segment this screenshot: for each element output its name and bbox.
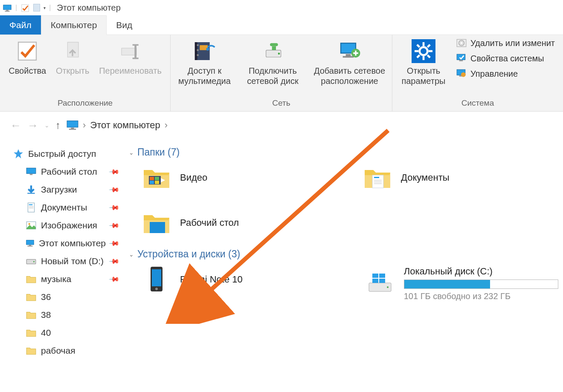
sidebar-item[interactable]: Загрузки📌 bbox=[13, 181, 121, 199]
content-area: Быстрый доступ Рабочий стол📌Загрузки📌Док… bbox=[0, 139, 563, 392]
docs-icon bbox=[26, 202, 37, 213]
rename-label: Переименовать bbox=[99, 66, 162, 76]
tab-view[interactable]: Вид bbox=[107, 15, 142, 35]
svg-rect-23 bbox=[342, 56, 354, 58]
add-location-label: Добавить сетевое расположение bbox=[314, 66, 385, 86]
forward-button[interactable]: → bbox=[27, 119, 38, 132]
recent-dropdown-icon[interactable]: ⌄ bbox=[44, 122, 49, 129]
uninstall-label: Удалить или изменит bbox=[470, 38, 555, 48]
system-properties-button[interactable]: Свойства системы bbox=[456, 53, 555, 64]
device-phone[interactable]: Redmi Note 10 bbox=[142, 266, 243, 293]
svg-rect-73 bbox=[152, 269, 161, 286]
svg-point-42 bbox=[461, 72, 466, 77]
svg-rect-7 bbox=[134, 45, 136, 58]
svg-rect-62 bbox=[155, 177, 159, 180]
desktop-icon bbox=[26, 166, 37, 177]
down-icon bbox=[26, 184, 37, 195]
drive-usage-bar bbox=[404, 280, 558, 289]
sidebar-item[interactable]: 40 bbox=[13, 324, 121, 342]
checkbox-icon bbox=[15, 39, 39, 63]
system-properties-label: Свойства системы bbox=[470, 54, 544, 63]
sidebar-item[interactable]: Рабочий стол📌 bbox=[13, 163, 121, 181]
svg-rect-45 bbox=[69, 129, 76, 130]
chevron-right-icon: › bbox=[83, 120, 86, 131]
separator: | bbox=[49, 4, 51, 12]
svg-point-59 bbox=[33, 261, 35, 262]
tab-file[interactable]: Файл bbox=[0, 15, 41, 35]
navigation-bar: ← → ⌄ ↑ › Этот компьютер › bbox=[0, 112, 563, 139]
tab-computer[interactable]: Компьютер bbox=[41, 15, 107, 35]
properties-label: Свойства bbox=[9, 66, 46, 76]
svg-rect-44 bbox=[71, 128, 74, 129]
sidebar-item[interactable]: 38 bbox=[13, 306, 121, 324]
doc-quick-icon[interactable] bbox=[33, 4, 40, 12]
svg-rect-57 bbox=[27, 245, 32, 246]
sidebar-item-label: 40 bbox=[41, 328, 51, 338]
wrench-icon bbox=[456, 68, 467, 79]
settings-label: Открыть параметры bbox=[401, 66, 445, 86]
sidebar-item[interactable]: Новый том (D:)📌 bbox=[13, 252, 121, 270]
media-access-button[interactable]: Доступ к мультимедиа bbox=[173, 37, 237, 96]
map-drive-label: Подключить сетевой диск bbox=[247, 66, 298, 86]
back-button[interactable]: ← bbox=[10, 119, 21, 132]
sidebar-item[interactable]: Изображения📌 bbox=[13, 216, 121, 234]
folder-documents[interactable]: Документы bbox=[363, 164, 449, 191]
sidebar-item[interactable]: рабочая bbox=[13, 342, 121, 360]
pin-icon: 📌 bbox=[108, 202, 120, 213]
svg-rect-1 bbox=[6, 10, 9, 11]
sidebar-item[interactable]: 36 bbox=[13, 288, 121, 306]
navigation-pane: Быстрый доступ Рабочий стол📌Загрузки📌Док… bbox=[0, 139, 125, 392]
settings-button[interactable]: Открыть параметры bbox=[398, 37, 449, 88]
drive-free-text: 101 ГБ свободно из 232 ГБ bbox=[404, 291, 558, 301]
sidebar-item-label: Загрузки bbox=[41, 184, 77, 195]
svg-point-74 bbox=[155, 288, 158, 290]
svg-rect-0 bbox=[3, 5, 11, 10]
breadcrumb-label: Этот компьютер bbox=[90, 120, 160, 131]
chevron-right-icon[interactable]: › bbox=[165, 120, 168, 131]
manage-button[interactable]: Управление bbox=[456, 68, 555, 79]
sidebar-item[interactable]: Этот компьютер📌 bbox=[13, 234, 121, 252]
folder-video[interactable]: Видео bbox=[142, 164, 239, 191]
pc-icon bbox=[26, 238, 35, 249]
drive-c[interactable]: Локальный диск (C:) 101 ГБ свободно из 2… bbox=[366, 266, 558, 301]
svg-rect-50 bbox=[29, 204, 33, 205]
folder-desktop-icon bbox=[142, 209, 171, 236]
up-button[interactable]: ↑ bbox=[55, 119, 61, 131]
rename-icon bbox=[119, 39, 142, 63]
svg-rect-56 bbox=[29, 245, 31, 245]
folder-video-icon bbox=[142, 164, 171, 191]
sidebar-item[interactable]: музыка📌 bbox=[13, 270, 121, 288]
sidebar-item-label: рабочая bbox=[41, 346, 75, 356]
devices-header[interactable]: ⌄ Устройства и диски (3) bbox=[129, 248, 560, 260]
open-button[interactable]: Открыть bbox=[52, 37, 93, 96]
sidebar-item-label: 38 bbox=[41, 310, 51, 320]
svg-rect-80 bbox=[379, 279, 385, 283]
svg-rect-19 bbox=[270, 43, 278, 46]
ribbon-group-system: Открыть параметры Удалить или изменит Св… bbox=[392, 35, 563, 111]
svg-rect-46 bbox=[26, 168, 36, 173]
breadcrumb[interactable]: › Этот компьютер › bbox=[67, 120, 168, 131]
svg-rect-77 bbox=[372, 274, 378, 278]
group-caption-system: Система bbox=[461, 96, 494, 111]
phone-icon bbox=[142, 266, 171, 293]
pc-icon bbox=[67, 120, 78, 130]
sidebar-item[interactable]: Документы📌 bbox=[13, 199, 121, 216]
folder-desktop[interactable]: Рабочий стол bbox=[142, 209, 239, 236]
uninstall-button[interactable]: Удалить или изменит bbox=[456, 37, 555, 49]
title-bar: | ▾ | Этот компьютер bbox=[0, 0, 563, 15]
group-caption-network: Сеть bbox=[272, 96, 290, 111]
properties-button[interactable]: Свойства bbox=[7, 37, 48, 96]
rename-button[interactable]: Переименовать bbox=[97, 37, 163, 96]
add-location-button[interactable]: Добавить сетевое расположение bbox=[309, 37, 390, 96]
properties-quick-icon[interactable] bbox=[20, 3, 30, 12]
open-icon bbox=[61, 39, 84, 63]
folder-video-label: Видео bbox=[180, 172, 207, 183]
quick-access[interactable]: Быстрый доступ bbox=[13, 145, 121, 163]
pin-icon: 📌 bbox=[108, 184, 120, 196]
pin-icon: 📌 bbox=[108, 237, 120, 249]
folders-header[interactable]: ⌄ Папки (7) bbox=[129, 147, 560, 158]
map-drive-button[interactable]: Подключить сетевой диск bbox=[241, 37, 305, 96]
chevron-down-icon: ⌄ bbox=[129, 149, 134, 156]
folder-desktop-label: Рабочий стол bbox=[180, 217, 239, 228]
qat-dropdown-icon[interactable]: ▾ bbox=[44, 6, 46, 10]
